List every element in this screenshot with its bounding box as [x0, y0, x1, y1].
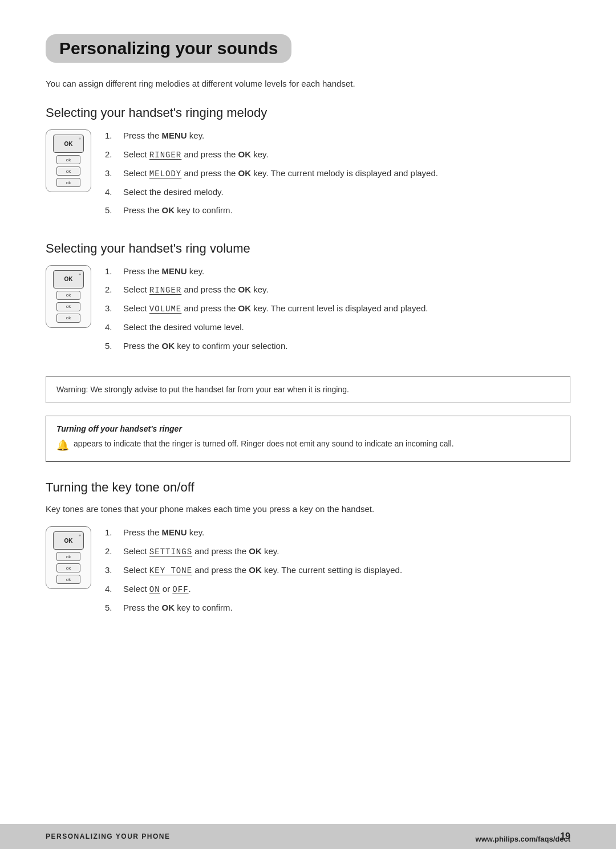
handset-screen-2: OK +	[53, 270, 84, 289]
step-item: 4. Select ON or OFF.	[105, 583, 570, 596]
volume-steps: 1. Press the MENU key. 2. Select RINGER …	[105, 265, 570, 359]
handset-btn-1: ok	[56, 155, 80, 164]
step-item: 1. Press the MENU key.	[105, 129, 570, 143]
note-body: appears to indicate that the ringer is t…	[74, 438, 454, 450]
handset-btn-9: ok	[56, 575, 80, 584]
keytone-steps: 1. Press the MENU key. 2. Select SETTING…	[105, 526, 570, 620]
step-item: 1. Press the MENU key.	[105, 526, 570, 539]
warning-box: Warning: We strongly advise to put the h…	[46, 376, 570, 403]
page-title: Personalizing your sounds	[59, 39, 278, 58]
step-item: 1. Press the MENU key.	[105, 265, 570, 278]
step-item: 5. Press the OK key to confirm.	[105, 602, 570, 615]
step-item: 5. Press the OK key to confirm your sele…	[105, 340, 570, 353]
main-heading-box: Personalizing your sounds	[46, 34, 291, 63]
handset-illustration-3: OK + ok ok ok	[46, 526, 91, 589]
keytone-section-row: OK + ok ok ok 1. Press the MENU key. 2. …	[46, 526, 570, 620]
step-item: 4. Select the desired melody.	[105, 186, 570, 199]
handset-screen-1: OK +	[53, 135, 84, 153]
step-item: 3. Select MELODY and press the OK key. T…	[105, 167, 570, 180]
section-heading-melody: Selecting your handset's ringing melody	[46, 105, 570, 120]
handset-illustration-1: OK + ok ok ok	[46, 129, 91, 192]
step-item: 2. Select SETTINGS and press the OK key.	[105, 545, 570, 558]
section-heading-volume: Selecting your handset's ring volume	[46, 241, 570, 256]
step-item: 4. Select the desired volume level.	[105, 321, 570, 334]
step-item: 5. Press the OK key to confirm.	[105, 204, 570, 217]
handset-btn-8: ok	[56, 563, 80, 572]
handset-illustration-2: OK + ok ok ok	[46, 265, 91, 328]
note-box: Turning off your handset's ringer 🔔 appe…	[46, 416, 570, 462]
footer-url: www.philips.com/faqs/dect	[476, 835, 570, 843]
melody-steps: 1. Press the MENU key. 2. Select RINGER …	[105, 129, 570, 223]
handset-btn-7: ok	[56, 552, 80, 561]
footer-left-label: Personalizing your phone	[46, 832, 170, 840]
note-content: 🔔 appears to indicate that the ringer is…	[56, 438, 560, 453]
handset-btn-4: ok	[56, 291, 80, 300]
step-item: 2. Select RINGER and press the OK key.	[105, 148, 570, 161]
handset-btn-5: ok	[56, 302, 80, 311]
handset-btn-6: ok	[56, 314, 80, 323]
step-item: 3. Select VOLUME and press the OK key. T…	[105, 302, 570, 315]
section-heading-keytone: Turning the key tone on/off	[46, 480, 570, 495]
handset-btn-3: ok	[56, 178, 80, 187]
volume-section-row: OK + ok ok ok 1. Press the MENU key. 2. …	[46, 265, 570, 359]
keytone-intro: Key tones are tones that your phone make…	[46, 504, 570, 514]
intro-text: You can assign different ring melodies a…	[46, 79, 570, 88]
page: Personalizing your sounds You can assign…	[0, 0, 616, 849]
handset-btn-2: ok	[56, 166, 80, 176]
warning-text: Warning: We strongly advise to put the h…	[56, 385, 349, 394]
handset-screen-3: OK +	[53, 531, 84, 550]
step-item: 2. Select RINGER and press the OK key.	[105, 283, 570, 296]
bell-icon: 🔔	[56, 438, 69, 453]
step-item: 3. Select KEY TONE and press the OK key.…	[105, 564, 570, 577]
melody-section-row: OK + ok ok ok 1. Press the MENU key. 2. …	[46, 129, 570, 223]
note-title: Turning off your handset's ringer	[56, 424, 560, 433]
